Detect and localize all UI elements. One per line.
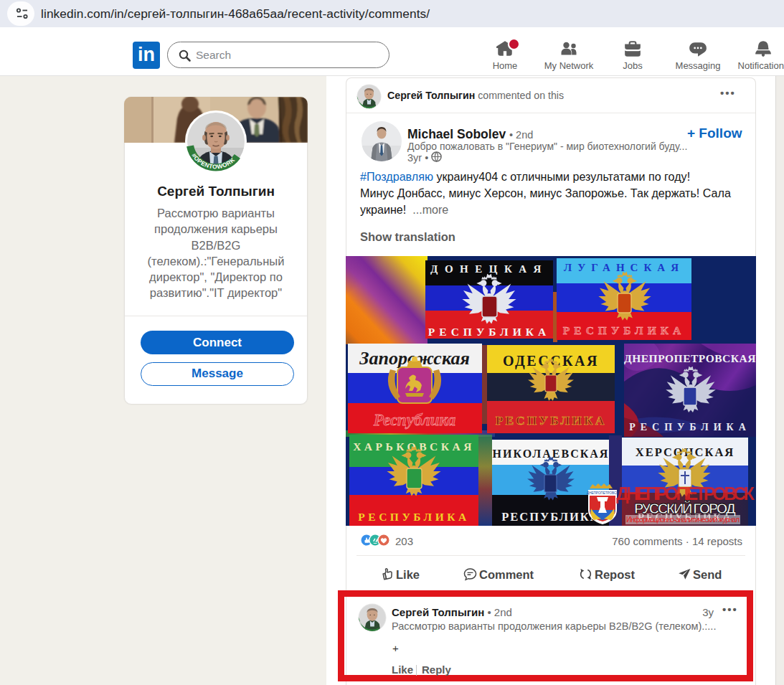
- svg-text:Информационно-аналитический жу: Информационно-аналитический журнал: [626, 516, 740, 524]
- svg-text:РЕСПУБЛИКА: РЕСПУБЛИКА: [629, 422, 751, 433]
- svg-text:ЛУГАНСКАЯ: ЛУГАНСКАЯ: [564, 262, 684, 273]
- svg-text:ДОНЕЦКАЯ: ДОНЕЦКАЯ: [430, 263, 548, 275]
- svg-text:РЕСПУБЛИКА: РЕСПУБЛИКА: [496, 413, 607, 427]
- svg-text:РЕСПУБЛИКА: РЕСПУБЛИКА: [428, 326, 550, 338]
- svg-text:ХЕРСОНСКАЯ: ХЕРСОНСКАЯ: [636, 445, 735, 459]
- svg-text:РЕСПУБЛИКА: РЕСПУБЛИКА: [501, 510, 600, 524]
- svg-text:ХАРЬКОВСКАЯ: ХАРЬКОВСКАЯ: [353, 440, 475, 453]
- svg-text:РЕСПУБЛИКА: РЕСПУБЛИКА: [358, 511, 469, 523]
- svg-text:ДНЕПРОПЕТРОВСК: ДНЕПРОПЕТРОВСК: [587, 491, 618, 495]
- svg-text:ДНЕПРОПЕТРОВСКАЯ: ДНЕПРОПЕТРОВСКАЯ: [624, 352, 756, 364]
- svg-text:РУССКИЙ ГОРОД: РУССКИЙ ГОРОД: [634, 500, 736, 516]
- svg-text:Республика: Республика: [373, 411, 455, 429]
- svg-text:РЕСПУБЛИКА: РЕСПУБЛИКА: [563, 324, 685, 336]
